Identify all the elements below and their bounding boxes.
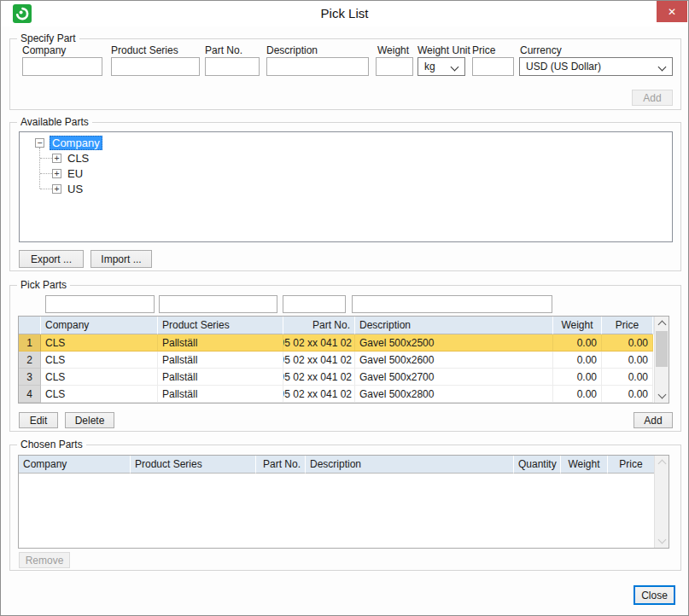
cell-weight: 0.00 [553, 334, 602, 352]
export-button[interactable]: Export ... [19, 250, 84, 268]
cell-product_series: Pallställ [158, 352, 283, 369]
specify-part-group-label: Specify Part [17, 32, 79, 44]
part-no-field[interactable] [205, 57, 260, 76]
titlebar-close-icon[interactable]: ✕ [657, 1, 687, 22]
cell-num: 3 [19, 369, 41, 386]
tree-node-company[interactable]: − Company [35, 135, 102, 150]
tree-collapse-icon[interactable]: − [35, 138, 44, 148]
cell-description: Gavel 500x2600 [355, 352, 553, 369]
tree-node-label[interactable]: Company [50, 136, 102, 150]
cell-price: 0.00 [602, 386, 653, 403]
description-label: Description [266, 44, 318, 56]
cell-price: 0.00 [602, 352, 653, 369]
table-row[interactable]: 4CLSPallställ95 02 xx 041 02Gavel 500x28… [19, 386, 654, 403]
pick-add-button[interactable]: Add [634, 412, 673, 428]
tree-expand-icon[interactable]: + [52, 169, 61, 178]
tree-node-cls[interactable]: +CLS [52, 150, 89, 166]
column-header[interactable]: Company [19, 456, 131, 474]
column-header[interactable]: Quantity [514, 456, 561, 474]
company-label: Company [22, 44, 66, 56]
column-header[interactable]: Weight [561, 456, 608, 474]
filter-description-input[interactable] [352, 295, 552, 313]
cell-company: CLS [41, 352, 158, 369]
cell-part_no: 95 02 xx 041 02 [283, 334, 355, 352]
cell-weight: 0.00 [553, 369, 602, 386]
tree-node-eu[interactable]: +EU [52, 166, 83, 181]
column-header[interactable]: Part No. [256, 456, 306, 474]
currency-label: Currency [520, 44, 562, 56]
product-series-field[interactable] [111, 57, 200, 76]
description-field[interactable] [266, 57, 369, 76]
available-parts-group-label: Available Parts [17, 116, 92, 128]
chevron-down-icon [658, 63, 667, 72]
column-header[interactable]: Product Series [131, 456, 256, 474]
close-button[interactable]: Close [634, 585, 675, 605]
cell-company: CLS [41, 386, 158, 403]
chosen-parts-group: Chosen Parts CompanyProduct SeriesPart N… [9, 445, 681, 571]
delete-button[interactable]: Delete [65, 412, 114, 428]
column-header[interactable] [19, 317, 41, 334]
cell-part_no: 95 02 xx 041 02 [283, 352, 355, 369]
weight-unit-select[interactable]: kg [417, 57, 465, 76]
chosen-parts-scrollbar[interactable] [654, 456, 669, 548]
scroll-up-icon[interactable] [655, 456, 669, 469]
cell-company: CLS [41, 369, 158, 386]
scroll-down-icon[interactable] [655, 534, 669, 548]
price-label: Price [472, 44, 495, 56]
tree-expand-icon[interactable]: + [52, 184, 61, 194]
scrollbar-thumb[interactable] [656, 331, 668, 367]
cell-price: 0.00 [602, 334, 653, 352]
tree-node-us[interactable]: +US [52, 181, 83, 196]
tree-node-label[interactable]: CLS [67, 152, 89, 165]
tree-connector-line [40, 189, 52, 189]
column-header[interactable]: Price [608, 456, 654, 474]
column-header[interactable]: Description [306, 456, 514, 474]
cell-company: CLS [41, 334, 158, 352]
pick-parts-scrollbar[interactable] [654, 317, 669, 403]
column-header[interactable]: Part No. [283, 317, 355, 334]
specify-add-button[interactable]: Add [632, 90, 673, 106]
cell-description: Gavel 500x2700 [355, 369, 553, 386]
remove-button[interactable]: Remove [19, 552, 70, 568]
cell-product_series: Pallställ [158, 369, 283, 386]
cell-num: 1 [19, 334, 41, 352]
cell-part_no: 95 02 xx 041 02 [283, 369, 355, 386]
column-header[interactable]: Description [355, 317, 553, 334]
pick-list-dialog: Pick List ✕ Specify Part Company Product… [0, 0, 689, 616]
pick-parts-group: Pick Parts CompanyProduct SeriesPart No.… [9, 285, 681, 432]
tree-connector-line [40, 173, 52, 174]
table-row[interactable]: 1CLSPallställ95 02 xx 041 02Gavel 500x25… [19, 334, 654, 352]
tree-expand-icon[interactable]: + [52, 154, 61, 163]
weight-label: Weight [377, 44, 409, 56]
filter-part-no-input[interactable] [283, 295, 346, 313]
price-field[interactable] [472, 57, 514, 76]
scroll-up-icon[interactable] [655, 317, 669, 330]
column-header[interactable]: Price [602, 317, 653, 334]
currency-select[interactable]: USD (US Dollar) [519, 57, 673, 76]
weight-unit-label: Weight Unit [417, 44, 470, 56]
column-header[interactable]: Product Series [158, 317, 283, 334]
tree-node-label[interactable]: EU [67, 167, 83, 180]
weight-unit-value: kg [424, 61, 435, 73]
tree-connector-line [40, 158, 52, 159]
cell-price: 0.00 [602, 369, 653, 386]
titlebar: Pick List ✕ [1, 1, 688, 26]
column-header[interactable]: Weight [553, 317, 602, 334]
filter-company-input[interactable] [45, 295, 155, 313]
tree-node-label[interactable]: US [67, 183, 83, 195]
table-row[interactable]: 2CLSPallställ95 02 xx 041 02Gavel 500x26… [19, 352, 654, 369]
available-parts-tree[interactable]: − Company +CLS+EU+US [19, 131, 673, 242]
table-row[interactable]: 3CLSPallställ95 02 xx 041 02Gavel 500x27… [19, 369, 654, 386]
company-field[interactable] [22, 57, 102, 76]
filter-product-series-input[interactable] [159, 295, 277, 313]
column-header[interactable]: Company [41, 317, 158, 334]
edit-button[interactable]: Edit [19, 412, 58, 428]
tree-connector-line [39, 148, 40, 189]
chosen-parts-table: CompanyProduct SeriesPart No.Description… [18, 455, 669, 549]
scroll-down-icon[interactable] [655, 389, 669, 403]
product-series-label: Product Series [111, 44, 178, 56]
weight-field[interactable] [376, 57, 413, 76]
cell-weight: 0.00 [553, 386, 602, 403]
import-button[interactable]: Import ... [91, 250, 152, 268]
specify-part-group: Specify Part Company Product Series Part… [9, 38, 681, 110]
